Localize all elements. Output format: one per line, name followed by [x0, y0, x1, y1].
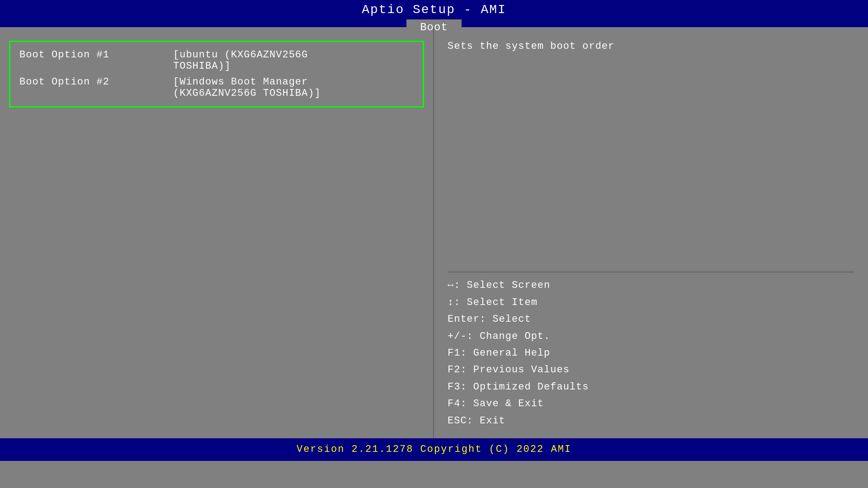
- key-enter-select: Enter: Select: [448, 311, 854, 328]
- left-panel: Boot Option #1 [ubuntu (KXG6AZNV256GTOSH…: [0, 27, 434, 438]
- boot-option-1-row[interactable]: Boot Option #1 [ubuntu (KXG6AZNV256GTOSH…: [19, 49, 414, 72]
- key-f2-previous: F2: Previous Values: [448, 361, 854, 378]
- main-content: Boot Option #1 [ubuntu (KXG6AZNV256GTOSH…: [0, 27, 868, 438]
- key-f1-help: F1: General Help: [448, 345, 854, 361]
- divider: [448, 272, 854, 272]
- app-title: Aptio Setup - AMI: [0, 3, 868, 19]
- help-text: Sets the system boot order: [448, 36, 854, 267]
- bios-header: Aptio Setup - AMI Boot: [0, 0, 868, 27]
- key-legend: ↔: Select Screen ↕: Select Item Enter: S…: [448, 277, 854, 429]
- key-f3-defaults: F3: Optimized Defaults: [448, 379, 854, 395]
- key-select-screen: ↔: Select Screen: [448, 277, 854, 294]
- boot-option-2-row[interactable]: Boot Option #2 [Windows Boot Manager(KXG…: [19, 76, 414, 99]
- boot-option-1-value: [ubuntu (KXG6AZNV256GTOSHIBA)]: [173, 49, 308, 72]
- right-panel: Sets the system boot order ↔: Select Scr…: [434, 27, 868, 438]
- boot-option-1-label: Boot Option #1: [19, 49, 173, 61]
- boot-option-2-label: Boot Option #2: [19, 76, 173, 88]
- key-esc-exit: ESC: Exit: [448, 413, 854, 429]
- boot-option-2-value: [Windows Boot Manager(KXG6AZNV256G TOSHI…: [173, 76, 321, 99]
- footer: Version 2.21.1278 Copyright (C) 2022 AMI: [0, 438, 868, 461]
- key-select-item: ↕: Select Item: [448, 294, 854, 311]
- key-f4-save: F4: Save & Exit: [448, 395, 854, 412]
- boot-options-box: Boot Option #1 [ubuntu (KXG6AZNV256GTOSH…: [9, 41, 424, 108]
- key-change-opt: +/-: Change Opt.: [448, 328, 854, 345]
